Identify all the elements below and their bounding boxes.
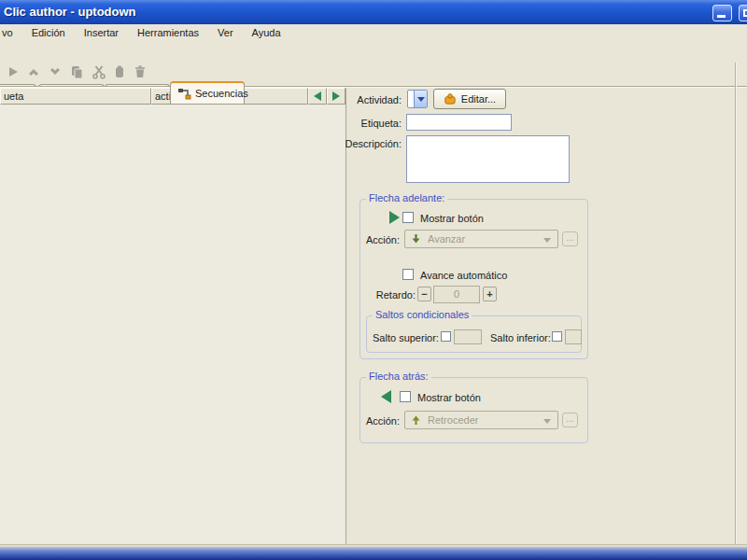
panel-right-edge-highlight [736,63,737,544]
forward-accion-label: Acción: [306,234,400,245]
forward-accion-value: Avanzar [428,233,465,245]
paste-icon [112,70,127,81]
salto-superior-checkbox[interactable] [441,331,451,342]
delete-icon [133,70,148,81]
window-bottom-frame [0,547,747,560]
column-header-etiqueta[interactable]: ueta [0,88,151,105]
back-accion-more-button[interactable]: ... [562,413,578,427]
avance-automatico-label: Avance automático [420,270,507,281]
salto-inferior-label: Salto inferior: [490,332,551,343]
editar-button[interactable]: Editar... [433,89,506,109]
actividad-label: Actividad: [308,94,402,105]
etiqueta-input[interactable] [406,114,512,131]
move-down-button[interactable] [48,64,64,81]
back-mostrar-boton-checkbox[interactable] [400,391,411,402]
menu-item-ayuda[interactable]: Ayuda [243,25,290,40]
minimize-button[interactable] [712,5,732,21]
flecha-adelante-title: Flecha adelante: [366,192,447,203]
back-arrow-icon [381,390,391,403]
menu-bar: vo Edición Insertar Herramientas Ver Ayu… [0,24,747,41]
back-accion-label: Acción: [306,415,400,427]
menu-item-herramientas[interactable]: Herramientas [128,25,208,40]
tab-secuencias[interactable]: Secuencias [170,81,245,104]
insert-sequence-button[interactable] [6,64,22,81]
avance-automatico-checkbox[interactable] [402,269,414,280]
actividad-combo[interactable] [407,90,428,108]
sequences-table-body[interactable] [0,105,345,544]
puzzle-icon [444,92,457,105]
maximize-button[interactable] [739,5,747,21]
cut-button[interactable] [92,64,108,81]
paste-button[interactable] [112,64,129,81]
back-mostrar-boton-label: Mostrar botón [417,392,481,403]
retardo-increment-button[interactable]: + [483,287,497,301]
menu-item-edicion[interactable]: Edición [22,25,75,40]
copy-icon [69,70,84,81]
salto-inferior-field[interactable] [565,329,582,344]
tab-secuencias-label: Secuencias [195,88,248,99]
move-down-icon [48,70,63,81]
retardo-label: Retardo: [322,289,416,301]
tab-strip: Proyecto Mediateca Actividades Secuencia… [0,41,747,63]
move-up-button[interactable] [26,64,43,81]
sequences-table-panel: ueta actividad [0,88,346,544]
copy-button[interactable] [69,64,86,81]
title-bar[interactable]: Clic author - uptodown [0,0,747,24]
cut-icon [92,70,106,81]
back-accion-value: Retroceder [428,414,478,426]
retardo-field[interactable]: 0 [433,286,480,303]
salto-inferior-checkbox[interactable] [552,331,562,342]
retardo-decrement-button[interactable]: − [417,287,431,301]
flecha-atras-title: Flecha atrás: [366,371,431,382]
move-up-icon [26,70,41,81]
maximize-icon [743,9,747,17]
menu-item-ver[interactable]: Ver [208,25,243,40]
salto-superior-field[interactable] [454,329,482,344]
salto-superior-label: Salto superior: [373,332,439,343]
delete-button[interactable] [133,64,149,81]
avanzar-icon [411,233,421,246]
descripcion-textarea[interactable] [406,135,570,183]
window-title: Clic author - uptodown [4,5,136,19]
forward-mostrar-boton-label: Mostrar botón [420,213,484,224]
back-accion-combo[interactable]: Retroceder [404,411,558,429]
chevron-down-icon [417,97,425,102]
chevron-down-icon [543,238,551,243]
forward-mostrar-boton-checkbox[interactable] [402,212,414,223]
secuencias-icon [177,87,191,101]
menu-item-insertar[interactable]: Insertar [75,25,128,40]
descripcion-label: Descripción: [308,138,402,149]
retroceder-icon [411,414,421,427]
forward-accion-more-button[interactable]: ... [562,231,578,246]
insert-icon [6,70,21,81]
column-header-etiqueta-label: ueta [4,91,23,102]
panel-splitter[interactable] [346,88,355,544]
chevron-down-icon [543,419,551,424]
etiqueta-label: Etiqueta: [308,118,402,129]
app-window: Clic author - uptodown vo Edición Insert… [0,0,747,560]
saltos-condicionales-title: Saltos condicionales [373,309,472,320]
actividad-combo-dropdown-button[interactable] [414,91,427,107]
minimize-icon [717,15,726,18]
forward-arrow-icon [389,211,400,224]
menu-item-archivo[interactable]: vo [0,25,22,40]
forward-accion-combo[interactable]: Avanzar [404,230,558,248]
editar-button-label: Editar... [461,93,496,105]
